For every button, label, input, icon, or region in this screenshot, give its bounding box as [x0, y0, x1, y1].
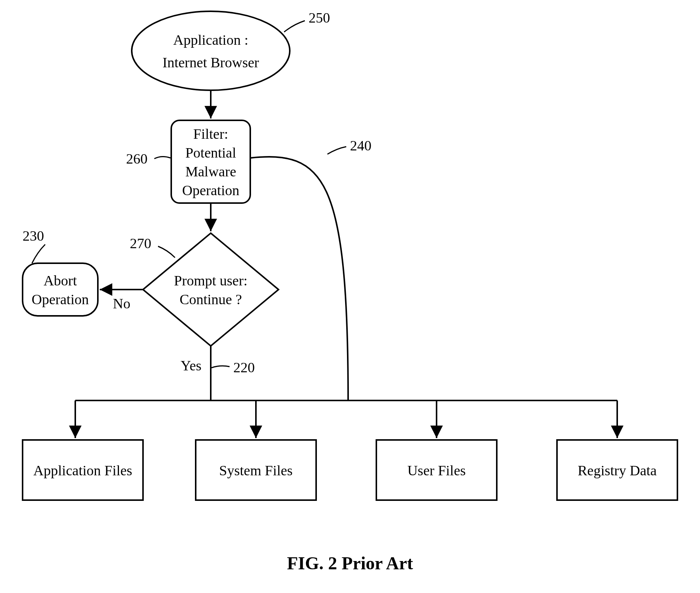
ref-260: 260: [126, 151, 170, 167]
filter-line2: Potential: [185, 145, 236, 161]
application-line2: Internet Browser: [163, 55, 259, 70]
ref-220: 220: [212, 359, 255, 375]
node-filter: Filter: Potential Malware Operation: [171, 120, 250, 203]
ref-250: 250: [284, 10, 330, 32]
node-user-files: User Files: [376, 440, 497, 500]
figure-caption: FIG. 2 Prior Art: [0, 553, 700, 573]
ref-240: 240: [327, 138, 371, 154]
abort-line2: Operation: [32, 291, 89, 307]
svg-text:260: 260: [126, 151, 148, 167]
svg-text:220: 220: [233, 359, 255, 375]
diagram-canvas: Application : Internet Browser 250 Filte…: [0, 0, 700, 593]
svg-text:System Files: System Files: [219, 463, 292, 478]
abort-line1: Abort: [44, 273, 77, 288]
svg-text:Registry Data: Registry Data: [578, 463, 657, 478]
filter-line1: Filter:: [193, 126, 228, 142]
application-line1: Application :: [173, 32, 248, 48]
label-no: No: [113, 296, 130, 311]
svg-text:270: 270: [130, 235, 151, 251]
node-decision: Prompt user: Continue ?: [143, 233, 278, 346]
node-application: Application : Internet Browser: [132, 11, 290, 90]
ref-230: 230: [23, 228, 45, 263]
node-registry-data: Registry Data: [557, 440, 677, 500]
node-system-files: System Files: [196, 440, 316, 500]
svg-text:User Files: User Files: [407, 463, 466, 478]
decision-line2: Continue ?: [180, 291, 242, 307]
label-yes: Yes: [181, 358, 201, 373]
svg-text:Application Files: Application Files: [33, 463, 132, 478]
svg-text:250: 250: [309, 10, 330, 26]
decision-line1: Prompt user:: [174, 273, 247, 288]
svg-point-0: [132, 11, 290, 90]
svg-text:230: 230: [23, 228, 44, 244]
filter-line3: Malware: [185, 164, 236, 179]
node-app-files: Application Files: [23, 440, 143, 500]
node-abort: Abort Operation: [23, 263, 98, 316]
svg-rect-6: [23, 263, 98, 316]
svg-text:240: 240: [350, 138, 371, 153]
ref-270: 270: [130, 235, 175, 258]
filter-line4: Operation: [182, 182, 239, 198]
svg-marker-4: [143, 233, 278, 346]
